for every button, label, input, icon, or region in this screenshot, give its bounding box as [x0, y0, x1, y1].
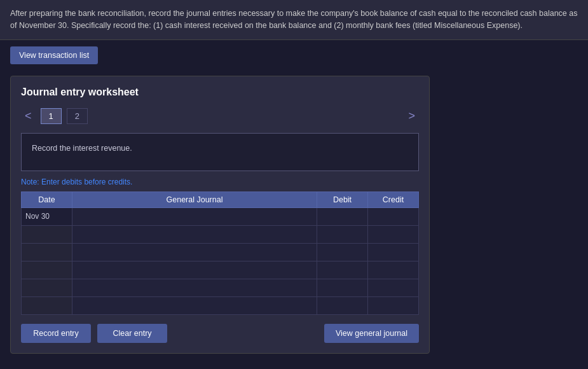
view-transaction-button[interactable]: View transaction list — [10, 46, 98, 64]
debit-input-6[interactable] — [317, 297, 367, 314]
journal-worksheet: Journal entry worksheet < 1 2 > Record t… — [10, 76, 430, 354]
debit-cell-1[interactable] — [317, 207, 368, 225]
journal-input-1[interactable] — [72, 208, 317, 225]
nav-row: < 1 2 > — [21, 108, 419, 124]
journal-cell-1[interactable] — [72, 207, 317, 225]
journal-input-5[interactable] — [72, 279, 317, 296]
table-row — [22, 243, 419, 261]
journal-input-4[interactable] — [72, 261, 317, 279]
nav-tab-2[interactable]: 2 — [67, 108, 88, 124]
prev-arrow-button[interactable]: < — [21, 108, 36, 124]
credit-input-5[interactable] — [368, 279, 418, 296]
next-arrow-button[interactable]: > — [404, 108, 419, 124]
credit-input-6[interactable] — [368, 297, 418, 314]
date-cell-3 — [22, 243, 72, 261]
description-text: After preparing the bank reconciliation,… — [10, 9, 578, 30]
col-header-credit: Credit — [368, 191, 419, 207]
journal-cell-6[interactable] — [72, 296, 317, 314]
journal-input-3[interactable] — [72, 244, 317, 261]
table-row: Nov 30 — [22, 207, 419, 225]
debit-cell-5[interactable] — [317, 279, 368, 296]
date-cell-6 — [22, 296, 72, 314]
col-header-debit: Debit — [317, 191, 368, 207]
record-entry-button[interactable]: Record entry — [21, 324, 91, 343]
view-general-journal-button[interactable]: View general journal — [324, 324, 419, 343]
credit-cell-1[interactable] — [368, 207, 419, 225]
journal-cell-5[interactable] — [72, 279, 317, 296]
credit-input-2[interactable] — [368, 226, 418, 243]
col-header-journal: General Journal — [72, 191, 317, 207]
col-header-date: Date — [22, 191, 72, 207]
nav-tab-1[interactable]: 1 — [41, 108, 62, 124]
table-row — [22, 261, 419, 279]
journal-cell-3[interactable] — [72, 243, 317, 261]
journal-input-2[interactable] — [72, 226, 317, 243]
journal-table: Date General Journal Debit Credit Nov 30 — [21, 191, 419, 315]
credit-input-1[interactable] — [368, 208, 418, 225]
debit-input-2[interactable] — [317, 226, 367, 243]
credit-input-3[interactable] — [368, 244, 418, 261]
journal-input-6[interactable] — [72, 297, 317, 314]
debit-cell-2[interactable] — [317, 225, 368, 243]
note-text: Note: Enter debits before credits. — [21, 178, 419, 186]
worksheet-title: Journal entry worksheet — [21, 87, 419, 98]
instruction-text: Record the interest revenue. — [32, 144, 132, 153]
debit-cell-4[interactable] — [317, 261, 368, 279]
view-transaction-container: View transaction list — [10, 46, 98, 64]
credit-input-4[interactable] — [368, 261, 418, 279]
clear-entry-button[interactable]: Clear entry — [97, 324, 167, 343]
credit-cell-5[interactable] — [368, 279, 419, 296]
date-cell-4 — [22, 261, 72, 279]
credit-cell-4[interactable] — [368, 261, 419, 279]
date-cell-5 — [22, 279, 72, 296]
credit-cell-2[interactable] — [368, 225, 419, 243]
debit-cell-3[interactable] — [317, 243, 368, 261]
date-cell-2 — [22, 225, 72, 243]
date-cell-1: Nov 30 — [22, 207, 72, 225]
debit-input-5[interactable] — [317, 279, 367, 296]
debit-input-3[interactable] — [317, 244, 367, 261]
debit-cell-6[interactable] — [317, 296, 368, 314]
table-row — [22, 279, 419, 296]
description-bar: After preparing the bank reconciliation,… — [0, 0, 588, 40]
table-row — [22, 296, 419, 314]
journal-cell-2[interactable] — [72, 225, 317, 243]
instruction-box: Record the interest revenue. — [21, 133, 419, 171]
table-row — [22, 225, 419, 243]
credit-cell-6[interactable] — [368, 296, 419, 314]
debit-input-1[interactable] — [317, 208, 367, 225]
debit-input-4[interactable] — [317, 261, 367, 279]
journal-cell-4[interactable] — [72, 261, 317, 279]
credit-cell-3[interactable] — [368, 243, 419, 261]
action-buttons-row: Record entry Clear entry View general jo… — [21, 324, 419, 343]
